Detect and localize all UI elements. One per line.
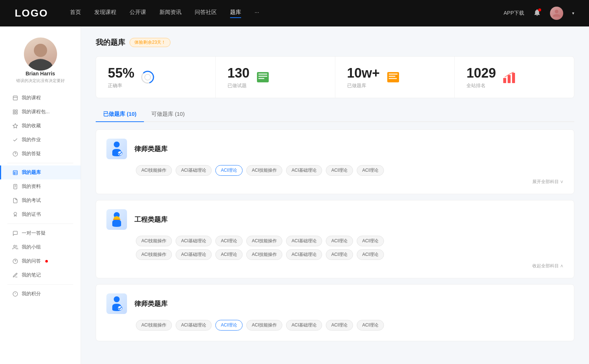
sidebar-item-points[interactable]: 我的积分 [0, 287, 81, 301]
sidebar-item-homework[interactable]: 我的作业 [0, 133, 81, 147]
tag-2-0[interactable]: ACI技能操作 [136, 320, 172, 331]
sidebar-item-course[interactable]: 我的课程 [0, 91, 81, 105]
sidebar-item-qbank[interactable]: 我的题库 [0, 165, 81, 179]
sidebar-item-note[interactable]: 我的笔记 [0, 268, 81, 282]
done-banks-icon [386, 70, 401, 85]
engineer-icon-1 [106, 209, 127, 230]
tag-1-0[interactable]: ACI技能操作 [136, 236, 172, 246]
tag-0-0[interactable]: ACI技能操作 [136, 165, 172, 176]
tag-1-2[interactable]: ACI理论 [215, 236, 243, 246]
tag-2-1[interactable]: ACI基础理论 [176, 320, 212, 331]
qbank-card-1: 工程类题库 ACI技能操作 ACI基础理论 ACI理论 ACI技能操作 ACI基… [96, 200, 574, 278]
done-banks-group: 10w+ 已做题库 [347, 65, 380, 89]
tag-2-5[interactable]: ACI理论 [326, 320, 353, 331]
tag-1-r2-1[interactable]: ACI基础理论 [176, 249, 212, 260]
tag-0-6[interactable]: ACI理论 [357, 165, 384, 176]
expand-btn-0[interactable]: 展开全部科目 ∨ [106, 179, 564, 185]
cert-icon [12, 211, 18, 217]
sidebar-label-note: 我的笔记 [22, 272, 41, 278]
svg-rect-11 [13, 170, 17, 174]
nav-qa[interactable]: 问答社区 [195, 9, 217, 18]
avatar[interactable] [550, 7, 563, 20]
svg-point-28 [145, 74, 151, 80]
svg-rect-37 [503, 78, 506, 83]
nav-news[interactable]: 新闻资讯 [159, 9, 181, 18]
nav-qbank[interactable]: 题库 [230, 9, 241, 18]
sidebar-label-points: 我的积分 [22, 290, 41, 297]
sidebar-item-favorites[interactable]: 我的收藏 [0, 119, 81, 133]
rank-group: 1029 全站排名 [466, 65, 496, 89]
qbank-header-2: 律师类题库 [106, 293, 564, 314]
qbank-title-1: 工程类题库 [134, 215, 167, 224]
tag-1-3[interactable]: ACI技能操作 [246, 236, 282, 246]
nav-discover[interactable]: 发现课程 [94, 9, 116, 18]
tag-1-r2-5[interactable]: ACI理论 [326, 249, 353, 260]
svg-rect-44 [113, 219, 120, 220]
svg-rect-39 [512, 73, 515, 83]
tag-1-r2-4[interactable]: ACI基础理论 [286, 249, 322, 260]
stat-accuracy: 55% 正确率 [96, 57, 216, 98]
tag-1-r2-6[interactable]: ACI理论 [357, 249, 384, 260]
user-avatar [24, 38, 57, 71]
svg-point-20 [14, 245, 15, 247]
tag-1-r2-3[interactable]: ACI技能操作 [246, 249, 282, 260]
tag-2-6[interactable]: ACI理论 [357, 320, 384, 331]
svg-rect-7 [15, 112, 17, 114]
sidebar-label-group: 我的小组 [22, 244, 41, 250]
sidebar-item-qa-personal[interactable]: 我的答疑 [0, 147, 81, 161]
tag-0-1[interactable]: ACI基础理论 [176, 165, 212, 176]
tab-todo[interactable]: 可做题库 (10) [144, 107, 192, 122]
sidebar-item-package[interactable]: 我的课程包... [0, 105, 81, 119]
nav-home[interactable]: 首页 [70, 9, 81, 18]
sidebar-item-one-on-one[interactable]: 一对一答疑 [0, 226, 81, 240]
tag-1-5[interactable]: ACI理论 [326, 236, 353, 246]
tag-1-6[interactable]: ACI理论 [357, 236, 384, 246]
tag-0-4[interactable]: ACI基础理论 [286, 165, 322, 176]
svg-rect-5 [13, 112, 14, 114]
user-motto: 错误的决定比没有决定要好 [16, 78, 65, 83]
sidebar-label-qa-personal: 我的答疑 [22, 150, 41, 157]
sidebar-divider-3 [7, 284, 73, 285]
notification-dot [538, 8, 541, 11]
tag-2-3[interactable]: ACI技能操作 [246, 320, 282, 331]
stat-done-questions: 130 已做试题 [216, 57, 335, 98]
tag-2-4[interactable]: ACI基础理论 [286, 320, 322, 331]
tag-0-2[interactable]: ACI理论 [215, 165, 243, 176]
qbank-card-0: 律师类题库 ACI技能操作 ACI基础理论 ACI理论 ACI技能操作 ACI基… [96, 129, 574, 194]
done-questions-group: 130 已做试题 [228, 65, 250, 89]
svg-point-40 [114, 142, 120, 147]
qbank-tags-0: ACI技能操作 ACI基础理论 ACI理论 ACI技能操作 ACI基础理论 AC… [106, 165, 564, 176]
tag-1-r2-2[interactable]: ACI理论 [215, 249, 243, 260]
sidebar-label-one-on-one: 一对一答疑 [22, 230, 46, 236]
app-download-button[interactable]: APP下载 [504, 10, 524, 17]
tag-1-1[interactable]: ACI基础理论 [176, 236, 212, 246]
star-icon [12, 123, 18, 129]
svg-rect-30 [258, 74, 267, 75]
tag-1-r2-0[interactable]: ACI技能操作 [136, 249, 172, 260]
logo[interactable]: LOGO [15, 7, 48, 19]
nav-more[interactable]: ··· [254, 9, 259, 18]
qbank-card-2: 律师类题库 ACI技能操作 ACI基础理论 ACI理论 ACI技能操作 ACI基… [96, 284, 574, 341]
qbank-icon [12, 169, 18, 175]
tag-1-4[interactable]: ACI基础理论 [286, 236, 322, 246]
sidebar-item-material[interactable]: 我的资料 [0, 179, 81, 193]
tab-done[interactable]: 已做题库 (10) [96, 107, 144, 122]
sidebar-item-group[interactable]: 我的小组 [0, 240, 81, 254]
qa-icon [12, 258, 18, 264]
username: Brian Harris [25, 71, 55, 76]
qbank-tags-row1-1: ACI技能操作 ACI基础理论 ACI理论 ACI技能操作 ACI基础理论 AC… [106, 236, 564, 246]
collapse-btn-1[interactable]: 收起全部科目 ∧ [106, 263, 564, 269]
trial-badge: 体验剩余23天！ [130, 38, 170, 47]
sidebar-menu: 我的课程 我的课程包... 我的收藏 我的作业 [0, 91, 81, 301]
avatar-dropdown-arrow[interactable]: ▾ [572, 11, 574, 16]
tag-0-3[interactable]: ACI技能操作 [246, 165, 282, 176]
tag-0-5[interactable]: ACI理论 [326, 165, 353, 176]
sidebar-item-cert[interactable]: 我的证书 [0, 207, 81, 221]
sidebar-label-material: 我的资料 [22, 183, 41, 190]
sidebar-item-exam[interactable]: 我的考试 [0, 193, 81, 207]
sidebar-item-my-qa[interactable]: 我的问答 [0, 254, 81, 268]
nav-open-course[interactable]: 公开课 [130, 9, 146, 18]
tag-2-2[interactable]: ACI理论 [215, 320, 243, 331]
notification-bell[interactable] [533, 8, 541, 18]
nav-right: APP下载 ▾ [504, 7, 574, 20]
